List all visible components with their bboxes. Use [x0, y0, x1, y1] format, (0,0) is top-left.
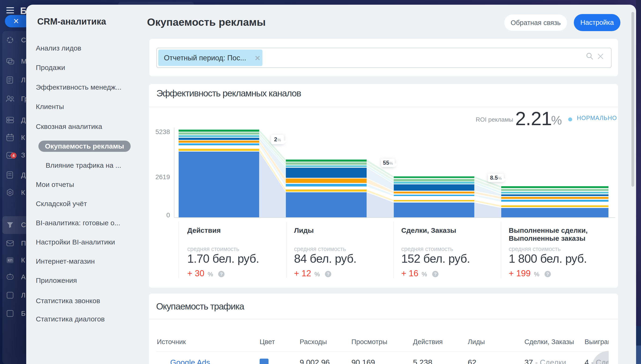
- svg-text:З: З: [21, 151, 25, 159]
- svg-text:А: А: [21, 273, 26, 281]
- svg-text:Д: Д: [21, 171, 26, 179]
- svg-text:0: 0: [166, 212, 170, 219]
- svg-text:П: П: [21, 240, 26, 247]
- svg-text:КП: КП: [8, 258, 13, 262]
- svg-text:М: М: [21, 58, 27, 65]
- svg-text:К: К: [21, 256, 25, 264]
- svg-text:С: С: [21, 36, 26, 44]
- svg-text:Л: Л: [21, 292, 26, 299]
- svg-text:К: К: [21, 189, 25, 196]
- svg-text:Д: Д: [21, 116, 26, 124]
- svg-text:5238: 5238: [155, 128, 170, 136]
- svg-text:С: С: [21, 221, 26, 228]
- svg-text:2619: 2619: [155, 173, 170, 180]
- svg-text:Л: Л: [21, 76, 26, 84]
- svg-text:Б: Б: [21, 310, 26, 317]
- svg-text:К: К: [21, 134, 25, 141]
- svg-text:4: 4: [13, 154, 15, 158]
